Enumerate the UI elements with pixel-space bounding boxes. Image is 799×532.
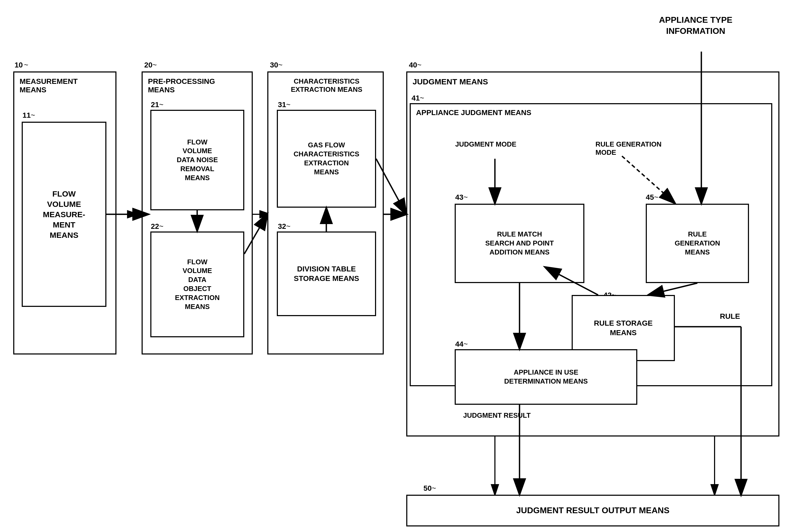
appliance-judgment-means-title: APPLIANCE JUDGMENT MEANS — [416, 109, 532, 117]
judgment-means-title: JUDGMENT MEANS — [413, 77, 488, 86]
num-43: 43~ — [455, 193, 468, 202]
gas-flow-characteristics-extraction-means: GAS FLOW CHARACTERISTICS EXTRACTION MEAN… — [277, 110, 376, 208]
characteristics-extraction-title: CHARACTERISTICS EXTRACTION MEANS — [274, 77, 379, 94]
preprocessing-means-title: PRE-PROCESSING MEANS — [148, 77, 215, 94]
num-32: 32~ — [278, 222, 291, 231]
num-20: 20~ — [144, 61, 157, 69]
judgment-mode-label: JUDGMENT MODE — [455, 140, 516, 148]
num-11: 11~ — [22, 111, 35, 119]
num-30: 30~ — [270, 61, 283, 69]
rule-generation-mode-label: RULE GENERATIONMODE — [595, 140, 662, 157]
num-44: 44~ — [455, 340, 468, 348]
flow-volume-object-extraction-means: FLOW VOLUME DATA OBJECT EXTRACTION MEANS — [150, 231, 244, 337]
judgment-result-label: JUDGMENT RESULT — [463, 411, 531, 420]
num-10: 10 ~ — [15, 61, 28, 69]
num-41: 41~ — [411, 94, 424, 102]
flow-volume-noise-removal-means: FLOW VOLUME DATA NOISE REMOVAL MEANS — [150, 110, 244, 210]
rule-generation-means: RULE GENERATION MEANS — [646, 204, 749, 283]
num-21: 21~ — [151, 100, 164, 109]
measurement-means-title: MEASUREMENT MEANS — [20, 77, 77, 94]
rule-label: RULE — [720, 312, 740, 321]
num-50: 50~ — [424, 484, 436, 493]
division-table-storage-means: DIVISION TABLE STORAGE MEANS — [277, 231, 376, 316]
flow-volume-measurement-means: FLOW VOLUME MEASURE- MENT MEANS — [22, 122, 106, 307]
appliance-type-info-label: APPLIANCE TYPE INFORMATION — [659, 15, 732, 37]
diagram: APPLIANCE TYPE INFORMATION 10 ~ MEASUREM… — [0, 0, 799, 532]
num-45: 45~ — [646, 193, 658, 202]
rule-match-search-means: RULE MATCH SEARCH AND POINT ADDITION MEA… — [455, 204, 584, 283]
num-31: 31~ — [278, 100, 291, 109]
num-22: 22~ — [151, 222, 164, 231]
appliance-in-use-determination-means: APPLIANCE IN USE DETERMINATION MEANS — [455, 349, 637, 405]
judgment-result-output-means: JUDGMENT RESULT OUTPUT MEANS — [406, 495, 779, 527]
num-40: 40~ — [409, 61, 422, 69]
